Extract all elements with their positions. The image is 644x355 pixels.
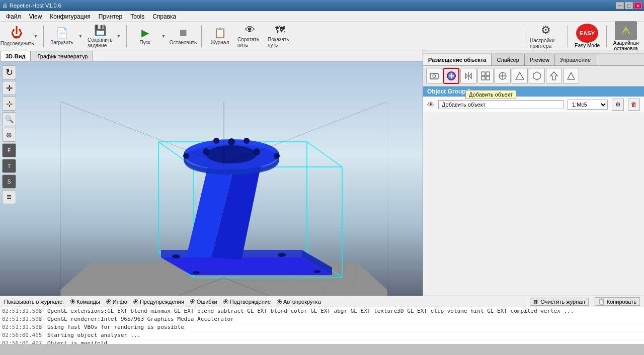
log-time: 02:51:31.598 xyxy=(0,315,45,323)
radio-info xyxy=(106,299,111,304)
log-label: Журнал xyxy=(211,40,229,45)
load-dropdown[interactable]: ▼ xyxy=(77,25,84,47)
show-path-button[interactable]: 🗺 Показать путь xyxy=(266,24,294,49)
rotate-tool-button[interactable]: ↻ xyxy=(2,65,16,79)
config-select[interactable]: 1:Mc5 2:Mc5 3:Mc5 xyxy=(568,100,608,110)
svg-point-43 xyxy=(313,270,320,273)
filter-info[interactable]: Инфо xyxy=(106,299,127,305)
lines-tool-button[interactable]: ≡ xyxy=(2,190,16,204)
connect-dropdown[interactable]: ▼ xyxy=(32,25,39,47)
load-button[interactable]: 📄 Загрузить xyxy=(48,24,76,49)
filter-commands[interactable]: Команды xyxy=(70,299,100,305)
log-row: 02:56:00.465Starting object analyser ... xyxy=(0,331,644,339)
log-time: 02:56:00.465 xyxy=(0,331,45,339)
tool-camera-button[interactable] xyxy=(426,68,442,84)
run-dropdown[interactable]: ▼ xyxy=(160,25,167,47)
emergency-button[interactable]: ⚠ Аварийная остановка xyxy=(611,21,641,51)
svg-marker-77 xyxy=(533,72,540,80)
tool-triangle-up-button[interactable] xyxy=(512,68,528,84)
settings-small-button[interactable]: ⚙ xyxy=(612,99,624,111)
tab-slicer[interactable]: Слайсер xyxy=(492,54,524,65)
log-message: OpenGL renderer:Intel 965/963 Graphics M… xyxy=(45,315,236,323)
save-button[interactable]: 💾 Сохранить задание xyxy=(86,24,114,49)
tab-preview[interactable]: Preview xyxy=(525,54,555,65)
maximize-button[interactable]: □ xyxy=(625,2,633,9)
view-side-button[interactable]: S xyxy=(2,174,16,189)
tool-center-button[interactable] xyxy=(495,68,511,84)
menu-tools[interactable]: Tools xyxy=(126,12,148,21)
zoom-fit-tool-button[interactable]: ⊕ xyxy=(2,128,16,142)
3d-viewport[interactable]: ↻ ✛ ⊹ 🔍 ⊕ F T S ≡ xyxy=(0,61,423,296)
tab-placement[interactable]: Размещение объекта xyxy=(423,54,492,65)
save-label: Сохранить задание xyxy=(88,37,113,48)
close-button[interactable]: ✕ xyxy=(634,2,642,9)
stop-button[interactable]: ⏹ Остановить xyxy=(169,24,197,49)
filter-autoscroll[interactable]: Автопрокрутка xyxy=(277,299,321,305)
svg-point-33 xyxy=(206,145,257,163)
log-message: OpenGL extensions:GL_EXT_blend_minmax GL… xyxy=(45,307,576,315)
add-object-tooltip: Добавить объект xyxy=(465,90,516,99)
tab-control[interactable]: Управление xyxy=(555,54,596,65)
filter-errors[interactable]: Ошибки xyxy=(190,299,217,305)
object-group-row: Object Group 1 xyxy=(423,86,644,97)
pan-tool-button[interactable]: ⊹ xyxy=(2,97,16,111)
statusbar: Показывать в журнале: Команды Инфо Преду… xyxy=(0,296,644,307)
filter-confirm[interactable]: Подтверждение xyxy=(223,299,271,305)
tool-arrow-up-button[interactable] xyxy=(546,68,562,84)
svg-point-38 xyxy=(274,153,280,159)
app-icon: 🖨 xyxy=(2,3,8,9)
log-icon: 📋 xyxy=(214,27,226,39)
tab-temp-graph[interactable]: График температур xyxy=(32,51,93,61)
log-message: Using fast VBOs for rendering is possibl… xyxy=(45,323,186,331)
svg-point-41 xyxy=(172,254,180,258)
svg-rect-70 xyxy=(486,72,490,75)
menu-help[interactable]: Справка xyxy=(148,12,180,21)
easy-mode-label: Easy Mode xyxy=(575,43,600,48)
sep6 xyxy=(606,25,607,47)
view-front-button[interactable]: F xyxy=(2,143,16,157)
menu-config[interactable]: Конфигурация xyxy=(46,12,95,21)
tool-add-button[interactable]: Добавить объект xyxy=(443,68,459,84)
svg-point-44 xyxy=(193,271,200,274)
menu-file[interactable]: Файл xyxy=(2,12,25,21)
clear-log-button[interactable]: 🗑 Очистить журнал xyxy=(530,298,589,306)
easy-mode-icon: EASY xyxy=(576,24,598,43)
minimize-button[interactable]: ─ xyxy=(616,2,624,9)
easy-mode-button[interactable]: EASY Easy Mode xyxy=(572,24,602,48)
load-group: 📄 Загрузить ▼ xyxy=(48,24,84,49)
log-row: 02:51:31.598OpenGL extensions:GL_EXT_ble… xyxy=(0,307,644,315)
log-area[interactable]: 02:51:31.598OpenGL extensions:GL_EXT_ble… xyxy=(0,307,644,344)
move-tool-button[interactable]: ✛ xyxy=(2,81,16,95)
zoom-in-tool-button[interactable]: 🔍 xyxy=(2,112,16,126)
add-object-button[interactable]: Добавить объект xyxy=(438,100,564,109)
tool-angle-button[interactable] xyxy=(563,68,579,84)
radio-autoscroll xyxy=(277,299,282,304)
view-top-button[interactable]: T xyxy=(2,159,16,173)
stop-group: ⏹ Остановить xyxy=(169,24,197,49)
save-dropdown[interactable]: ▼ xyxy=(115,25,122,47)
copy-log-button[interactable]: 📋 Копировать xyxy=(595,297,640,306)
object-group-label: Object Group 1 xyxy=(427,88,471,95)
connect-button[interactable]: ⏻ Подсоединить xyxy=(3,24,31,49)
tool-grid-button[interactable] xyxy=(477,68,494,84)
settings-button[interactable]: ⚙ Настройки принтера xyxy=(528,24,564,49)
tab-3d-view[interactable]: 3D-Вид xyxy=(0,51,31,61)
settings-label: Настройки принтера xyxy=(530,38,562,49)
visibility-toggle[interactable]: 👁 xyxy=(427,101,434,109)
log-button[interactable]: 📋 Журнал xyxy=(206,24,234,49)
emergency-icon: ⚠ xyxy=(615,21,637,40)
tool-hex-button[interactable] xyxy=(529,68,545,84)
svg-line-21 xyxy=(307,142,342,167)
main-area: 3D-Вид График температур ↻ ✛ ⊹ 🔍 ⊕ F T S… xyxy=(0,50,644,296)
menu-printer[interactable]: Принтер xyxy=(95,12,126,21)
show-path-label: Показать путь xyxy=(268,37,293,48)
hide-thread-button[interactable]: 👁 Спрятать нить xyxy=(236,24,264,49)
svg-marker-67 xyxy=(465,73,467,78)
filter-warnings[interactable]: Предупреждения xyxy=(133,299,184,305)
run-button[interactable]: ▶ Пуск xyxy=(131,24,159,49)
svg-rect-71 xyxy=(481,76,485,80)
tool-mirror-button[interactable] xyxy=(460,68,476,84)
menu-view[interactable]: View xyxy=(25,12,46,21)
delete-small-button[interactable]: 🗑 xyxy=(628,99,640,111)
log-message: Starting object analyser ... xyxy=(45,331,142,339)
